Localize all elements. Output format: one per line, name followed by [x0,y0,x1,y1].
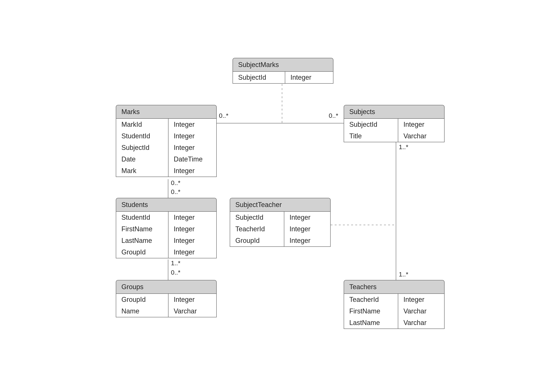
entity-subject-teacher: SubjectTeacher SubjectId Integer Teacher… [230,198,331,247]
field-name: SubjectId [230,212,284,223]
field-name: StudentId [116,212,169,223]
field-name: GroupId [230,235,284,246]
entity-title: Teachers [344,280,444,294]
field-row: Name Varchar [116,305,216,317]
field-name: SubjectId [344,119,398,130]
field-row: GroupId Integer [116,246,216,258]
field-type: Integer [169,165,200,177]
field-name: SubjectId [233,72,285,83]
field-name: TeacherId [344,294,398,305]
field-row: MarkId Integer [116,119,216,130]
entity-marks: Marks MarkId Integer StudentId Integer S… [116,105,217,177]
field-name: GroupId [116,294,169,305]
field-type: Integer [398,119,430,130]
field-row: SubjectId Integer [233,72,333,83]
field-row: StudentId Integer [116,130,216,142]
entity-teachers: Teachers TeacherId Integer FirstName Var… [344,280,445,329]
field-row: Date DateTime [116,154,216,165]
field-row: FirstName Varchar [344,305,444,317]
multiplicity-subjects-bottom: 1..* [399,143,408,151]
field-name: Title [344,130,398,142]
multiplicity-marks-subjects-left: 0..* [219,112,228,119]
field-type: Integer [169,142,200,154]
entity-title: Marks [116,105,216,119]
field-type: Varchar [169,305,202,317]
field-row: SubjectId Integer [116,142,216,154]
field-type: Integer [169,223,200,235]
field-row: LastName Varchar [344,317,444,329]
field-name: StudentId [116,130,169,142]
entity-title: Groups [116,280,216,294]
field-type: Integer [285,72,317,83]
field-row: Mark Integer [116,165,216,177]
field-type: Integer [169,246,200,258]
field-name: Name [116,305,169,317]
field-name: LastName [344,317,398,329]
field-name: LastName [116,235,169,246]
field-type: Integer [169,294,200,305]
entity-subject-marks: SubjectMarks SubjectId Integer [233,58,334,84]
field-name: GroupId [116,246,169,258]
field-type: Varchar [398,130,432,142]
multiplicity-teachers-top: 1..* [399,271,408,278]
field-name: TeacherId [230,223,284,235]
field-name: SubjectId [116,142,169,154]
field-name: FirstName [344,305,398,317]
multiplicity-groups-top: 0..* [171,269,180,276]
field-row: TeacherId Integer [344,294,444,305]
entity-students: Students StudentId Integer FirstName Int… [116,198,217,258]
multiplicity-marks-bottom: 0..* [171,179,180,187]
field-type: Integer [169,119,200,130]
multiplicity-students-bottom: 1..* [171,259,180,267]
field-type: Integer [169,130,200,142]
field-row: LastName Integer [116,235,216,246]
field-type: Integer [284,223,316,235]
field-type: Integer [284,235,316,246]
field-type: DateTime [169,154,208,165]
field-type: Integer [284,212,316,223]
field-name: Date [116,154,169,165]
field-row: StudentId Integer [116,212,216,223]
entity-title: Students [116,198,216,212]
field-name: MarkId [116,119,169,130]
entity-subjects: Subjects SubjectId Integer Title Varchar [344,105,445,142]
field-type: Integer [169,212,200,223]
field-name: Mark [116,165,169,177]
field-row: Title Varchar [344,130,444,142]
field-row: SubjectId Integer [344,119,444,130]
entity-title: SubjectMarks [233,58,333,72]
field-type: Integer [398,294,430,305]
entity-groups: Groups GroupId Integer Name Varchar [116,280,217,317]
entity-title: SubjectTeacher [230,198,330,212]
erd-canvas: 0..* 0..* 1..* 0..* 0..* 1..* 0..* 1..* … [0,0,554,392]
field-type: Varchar [398,305,432,317]
field-row: FirstName Integer [116,223,216,235]
field-name: FirstName [116,223,169,235]
field-row: GroupId Integer [230,235,330,246]
field-type: Varchar [398,317,432,329]
multiplicity-students-top: 0..* [171,188,180,196]
field-row: TeacherId Integer [230,223,330,235]
field-type: Integer [169,235,200,246]
field-row: GroupId Integer [116,294,216,305]
multiplicity-marks-subjects-right: 0..* [329,112,338,119]
entity-title: Subjects [344,105,444,119]
field-row: SubjectId Integer [230,212,330,223]
